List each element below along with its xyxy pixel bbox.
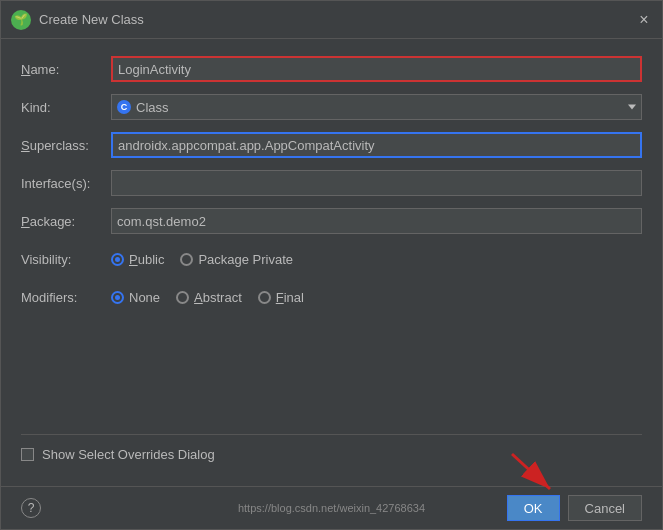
title-bar-left: 🌱 Create New Class: [11, 10, 144, 30]
footer-url: https://blog.csdn.net/weixin_42768634: [238, 502, 425, 514]
footer-left: ?: [21, 498, 41, 518]
modifier-final-label: Final: [276, 290, 304, 305]
modifiers-row: Modifiers: None Abstract Final: [21, 283, 642, 311]
visibility-row: Visibility: Public Package Private: [21, 245, 642, 273]
dialog-content: Name: Kind: C Class Superclass: Interfac…: [1, 39, 662, 486]
modifier-none-label: None: [129, 290, 160, 305]
close-button[interactable]: ×: [636, 12, 652, 28]
arrow-indicator-icon: [502, 449, 562, 499]
modifier-final-radio[interactable]: [258, 291, 271, 304]
visibility-radio-group: Public Package Private: [111, 252, 293, 267]
superclass-row: Superclass:: [21, 131, 642, 159]
name-input[interactable]: [111, 56, 642, 82]
package-label: Package:: [21, 214, 111, 229]
kind-value-label: Class: [136, 100, 169, 115]
visibility-label: Visibility:: [21, 252, 111, 267]
separator: [21, 434, 642, 435]
svg-line-1: [512, 454, 550, 489]
modifier-none-radio[interactable]: [111, 291, 124, 304]
show-overrides-checkbox[interactable]: [21, 448, 34, 461]
kind-dropdown[interactable]: C Class: [111, 94, 642, 120]
superclass-label: Superclass:: [21, 138, 111, 153]
cancel-button[interactable]: Cancel: [568, 495, 642, 521]
create-new-class-dialog: 🌱 Create New Class × Name: Kind: C Class…: [0, 0, 663, 530]
visibility-public-radio[interactable]: [111, 253, 124, 266]
visibility-public-option[interactable]: Public: [111, 252, 164, 267]
kind-select-wrapper: C Class: [111, 94, 642, 120]
modifier-none-option[interactable]: None: [111, 290, 160, 305]
kind-label: Kind:: [21, 100, 111, 115]
dialog-footer: ? https://blog.csdn.net/weixin_42768634 …: [1, 486, 662, 529]
interfaces-label: Interface(s):: [21, 176, 111, 191]
modifier-final-option[interactable]: Final: [258, 290, 304, 305]
show-overrides-label: Show Select Overrides Dialog: [42, 447, 215, 462]
modifier-abstract-label: Abstract: [194, 290, 242, 305]
title-bar: 🌱 Create New Class ×: [1, 1, 662, 39]
interfaces-input[interactable]: [111, 170, 642, 196]
visibility-package-private-label: Package Private: [198, 252, 293, 267]
modifiers-radio-group: None Abstract Final: [111, 290, 304, 305]
name-row: Name:: [21, 55, 642, 83]
interfaces-row: Interface(s):: [21, 169, 642, 197]
visibility-package-private-radio[interactable]: [180, 253, 193, 266]
package-input[interactable]: [111, 208, 642, 234]
visibility-public-label: Public: [129, 252, 164, 267]
dialog-icon: 🌱: [11, 10, 31, 30]
kind-row: Kind: C Class: [21, 93, 642, 121]
modifiers-label: Modifiers:: [21, 290, 111, 305]
superclass-input[interactable]: [111, 132, 642, 158]
dialog-title: Create New Class: [39, 12, 144, 27]
help-button[interactable]: ?: [21, 498, 41, 518]
kind-icon: C: [117, 100, 131, 114]
name-label: Name:: [21, 62, 111, 77]
package-row: Package:: [21, 207, 642, 235]
visibility-package-private-option[interactable]: Package Private: [180, 252, 293, 267]
modifier-abstract-option[interactable]: Abstract: [176, 290, 242, 305]
modifier-abstract-radio[interactable]: [176, 291, 189, 304]
